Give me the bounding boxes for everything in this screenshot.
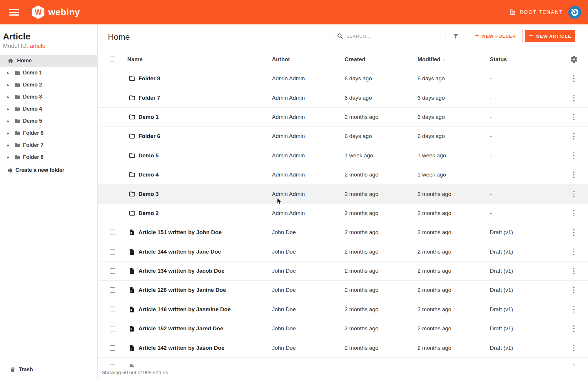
table-row[interactable]: Article 152 written by Jared Doe John Do… xyxy=(98,319,588,338)
row-checkbox[interactable] xyxy=(110,345,115,351)
filter-button[interactable] xyxy=(450,31,462,42)
new-article-button[interactable]: + NEW ARTICLE xyxy=(525,30,575,42)
user-avatar[interactable] xyxy=(568,6,581,19)
search-input[interactable] xyxy=(346,34,442,39)
sidebar-item-home[interactable]: Home xyxy=(0,55,97,67)
table-row[interactable]: Folder 6 Admin Admin 6 days ago 6 days a… xyxy=(98,127,588,146)
trash-button[interactable]: Trash xyxy=(0,361,97,378)
chevron-right-icon[interactable]: ▸ xyxy=(7,143,12,147)
chevron-right-icon[interactable]: ▸ xyxy=(7,71,12,75)
column-header-author[interactable]: Author xyxy=(272,56,290,63)
row-created: 2 months ago xyxy=(345,249,378,255)
table-row[interactable]: Article 151 written by John Doe John Doe… xyxy=(98,223,588,242)
sidebar-folder-label: Folder 7 xyxy=(23,142,44,148)
kebab-menu-icon[interactable] xyxy=(572,209,576,218)
sidebar-folder-item[interactable]: ▸ Folder 7 xyxy=(0,139,97,151)
kebab-menu-icon[interactable] xyxy=(572,324,576,334)
sidebar-folder-item[interactable]: ▸ Folder 8 xyxy=(0,151,97,163)
column-header-name[interactable]: Name xyxy=(127,56,143,63)
table-row[interactable]: Demo 1 Admin Admin 2 months ago 6 days a… xyxy=(98,108,588,127)
table-row[interactable]: Folder 8 Admin Admin 6 days ago 6 days a… xyxy=(98,69,588,88)
sidebar-folder-item[interactable]: ▸ Demo 4 xyxy=(0,103,97,115)
kebab-menu-icon[interactable] xyxy=(572,343,576,353)
tenant-label: ROOT TENANT xyxy=(519,9,563,15)
kebab-menu-icon[interactable] xyxy=(572,189,576,199)
row-status: Draft (v1) xyxy=(490,287,513,293)
table-row[interactable]: Article 146 written by Jasmine Doe John … xyxy=(98,300,588,319)
chevron-right-icon[interactable]: ▸ xyxy=(7,107,12,111)
webiny-hexagon-icon: W xyxy=(32,6,44,19)
create-folder-label: Create a new folder xyxy=(16,167,64,173)
table-row[interactable]: Demo 4 Admin Admin 2 months ago 1 week a… xyxy=(98,165,588,184)
kebab-menu-icon[interactable] xyxy=(572,228,576,237)
create-folder-button[interactable]: ⊕ Create a new folder xyxy=(0,167,97,173)
kebab-menu-icon[interactable] xyxy=(572,305,576,314)
sidebar-folder-item[interactable]: ▸ Demo 2 xyxy=(0,79,97,91)
kebab-menu-icon[interactable] xyxy=(572,93,576,103)
kebab-menu-icon[interactable] xyxy=(572,285,576,295)
circle-plus-icon: ⊕ xyxy=(8,167,13,173)
sidebar-folder-item[interactable]: ▸ Demo 5 xyxy=(0,115,97,127)
kebab-menu-icon[interactable] xyxy=(572,112,576,122)
kebab-menu-icon[interactable] xyxy=(572,74,576,84)
search-icon xyxy=(337,33,343,39)
row-author: Admin Admin xyxy=(272,152,305,159)
sidebar-folder-item[interactable]: ▸ Demo 3 xyxy=(0,91,97,103)
sidebar-folder-item[interactable]: ▸ Demo 1 xyxy=(0,67,97,79)
model-title: Article xyxy=(3,31,94,41)
folder-icon xyxy=(129,133,136,140)
row-checkbox[interactable] xyxy=(110,307,115,312)
kebab-menu-icon[interactable] xyxy=(572,170,576,180)
table-settings-button[interactable] xyxy=(568,56,579,64)
logo-letter: W xyxy=(35,8,42,16)
kebab-menu-icon[interactable] xyxy=(572,151,576,161)
row-checkbox[interactable] xyxy=(110,287,115,293)
table-row[interactable]: Article 144 written by Jane Doe John Doe… xyxy=(98,242,588,262)
kebab-menu-icon[interactable] xyxy=(572,131,576,141)
row-author: Admin Admin xyxy=(272,133,305,139)
row-checkbox[interactable] xyxy=(110,268,115,274)
row-author: John Doe xyxy=(272,287,296,293)
row-created: 2 months ago xyxy=(345,287,378,293)
row-name: Demo 3 xyxy=(138,191,159,197)
row-checkbox[interactable] xyxy=(110,326,115,332)
table-footer: Showing 50 out of 999 entries. xyxy=(98,367,588,378)
kebab-menu-icon[interactable] xyxy=(572,247,576,257)
row-modified: 1 week ago xyxy=(417,152,446,159)
row-checkbox[interactable] xyxy=(110,249,115,254)
file-icon xyxy=(129,325,135,332)
page-title: Home xyxy=(108,32,130,42)
table-row[interactable]: Article 126 written by Janine Doe John D… xyxy=(98,281,588,300)
row-checkbox[interactable] xyxy=(110,230,115,235)
new-folder-button[interactable]: + NEW FOLDER xyxy=(469,30,522,42)
app-header: W webiny ROOT TENANT xyxy=(0,0,588,24)
table-row[interactable]: Demo 2 Admin Admin 2 months ago 2 months… xyxy=(98,204,588,223)
table-row[interactable]: Folder 7 Admin Admin 6 days ago 6 days a… xyxy=(98,88,588,107)
folder-icon xyxy=(14,154,21,161)
row-name: Demo 1 xyxy=(138,114,159,120)
chevron-right-icon[interactable]: ▸ xyxy=(7,131,12,135)
tenant-selector[interactable]: ROOT TENANT xyxy=(509,9,563,16)
table-row[interactable]: Demo 5 Admin Admin 1 week ago 1 week ago… xyxy=(98,146,588,165)
sidebar-folder-item[interactable]: ▸ Folder 6 xyxy=(0,127,97,139)
table-row[interactable]: Article 142 written by Jason Doe John Do… xyxy=(98,338,588,357)
table-row[interactable]: Article 134 written by Jacob Doe John Do… xyxy=(98,262,588,281)
row-author: John Doe xyxy=(272,249,296,255)
table-row[interactable]: Demo 3 Admin Admin 2 months ago 2 months… xyxy=(98,184,588,204)
select-all-checkbox[interactable] xyxy=(110,57,115,62)
row-name: Article 151 written by John Doe xyxy=(138,229,222,236)
menu-icon[interactable] xyxy=(9,9,19,16)
chevron-right-icon[interactable]: ▸ xyxy=(7,95,12,99)
row-status: - xyxy=(490,133,492,139)
row-created: 2 months ago xyxy=(345,210,378,217)
column-header-created[interactable]: Created xyxy=(345,56,365,63)
column-header-status[interactable]: Status xyxy=(490,56,507,63)
chevron-right-icon[interactable]: ▸ xyxy=(7,155,12,159)
column-header-modified[interactable]: Modified ↓ xyxy=(417,56,445,63)
kebab-menu-icon[interactable] xyxy=(572,266,576,276)
chevron-right-icon[interactable]: ▸ xyxy=(7,119,12,123)
row-created: 2 months ago xyxy=(345,229,378,236)
chevron-right-icon[interactable]: ▸ xyxy=(7,83,12,87)
row-name: Demo 4 xyxy=(138,171,159,178)
sidebar-item-label: Home xyxy=(17,58,32,64)
